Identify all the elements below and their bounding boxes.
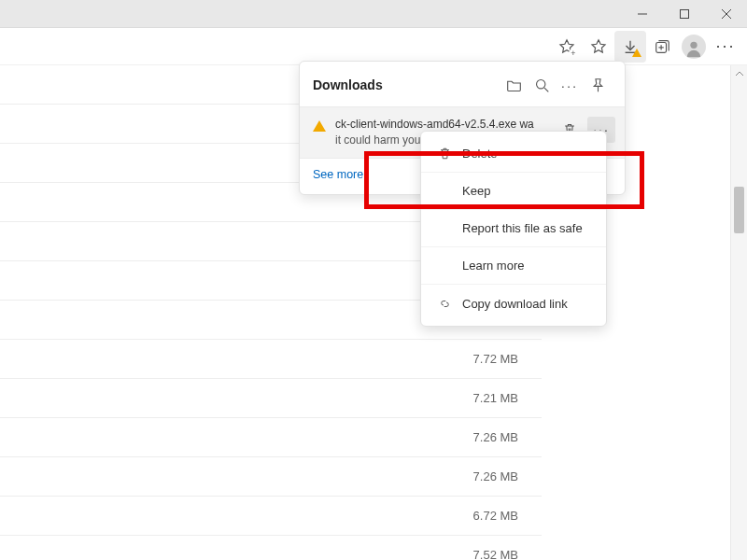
file-size: 7.52 MB	[473, 548, 518, 560]
file-size: 7.72 MB	[473, 352, 518, 366]
downloads-toolbar-button[interactable]	[614, 31, 646, 63]
list-item[interactable]: 7.21 MB	[0, 379, 542, 418]
more-icon: ···	[715, 36, 735, 56]
link-icon	[434, 297, 455, 311]
ctx-item-label: Delete	[462, 147, 593, 161]
favorites-icon[interactable]	[583, 31, 614, 63]
download-context-menu: Delete Keep Report this file as safe Lea…	[420, 131, 607, 327]
downloads-panel-header: Downloads ···	[300, 62, 625, 106]
scroll-up-arrow-icon[interactable]	[731, 65, 747, 82]
trash-icon	[434, 147, 455, 161]
minimize-button[interactable]	[621, 0, 663, 28]
ctx-item-report-safe[interactable]: Report this file as safe	[421, 210, 606, 247]
file-size: 7.21 MB	[473, 391, 518, 405]
maximize-button[interactable]	[663, 0, 705, 28]
downloads-more-button[interactable]: ···	[556, 73, 584, 97]
file-size: 6.72 MB	[473, 509, 518, 523]
window-title-bar	[0, 0, 747, 28]
ctx-item-label: Learn more	[462, 259, 593, 273]
warning-badge-icon	[632, 49, 641, 57]
ctx-item-learn-more[interactable]: Learn more	[421, 247, 606, 285]
list-item[interactable]: 7.52 MB	[0, 536, 542, 560]
ctx-item-label: Keep	[462, 184, 593, 198]
more-menu-button[interactable]: ···	[710, 31, 741, 63]
svg-rect-1	[680, 9, 688, 18]
ctx-item-label: Report this file as safe	[462, 221, 593, 235]
list-item[interactable]: 7.26 MB	[0, 418, 542, 457]
ctx-item-delete[interactable]: Delete	[421, 135, 606, 173]
list-item[interactable]: 7.72 MB	[0, 340, 542, 379]
list-item[interactable]: 6.72 MB	[0, 497, 542, 536]
scroll-thumb[interactable]	[734, 187, 744, 233]
vertical-scrollbar[interactable]	[730, 65, 747, 560]
ctx-item-keep[interactable]: Keep	[421, 173, 606, 210]
file-size: 7.26 MB	[473, 430, 518, 444]
collections-icon[interactable]	[646, 31, 678, 63]
profile-avatar[interactable]	[678, 31, 710, 63]
close-button[interactable]	[705, 0, 747, 28]
file-size: 7.26 MB	[473, 469, 518, 483]
open-folder-button[interactable]	[500, 73, 528, 97]
downloads-panel-title: Downloads	[313, 77, 500, 92]
warning-icon	[313, 120, 326, 132]
ctx-item-label: Copy download link	[462, 297, 593, 311]
search-downloads-button[interactable]	[528, 73, 556, 97]
pin-downloads-button[interactable]	[584, 73, 612, 97]
svg-line-11	[544, 88, 548, 91]
star-add-icon[interactable]: +	[551, 31, 583, 63]
list-item[interactable]: 7.26 MB	[0, 457, 542, 497]
browser-toolbar: + ···	[0, 28, 747, 65]
svg-point-10	[536, 79, 544, 88]
ctx-item-copy-link[interactable]: Copy download link	[421, 285, 606, 322]
svg-point-9	[690, 41, 697, 48]
